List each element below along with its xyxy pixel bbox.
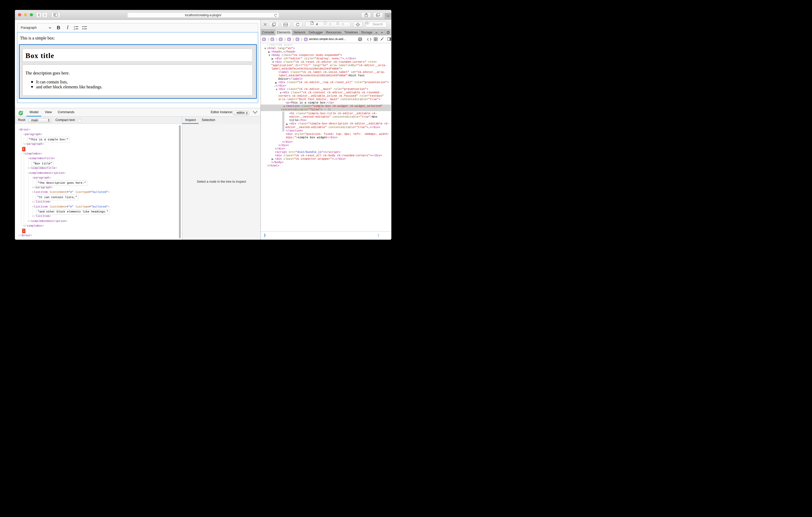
svg-text:2: 2 [74, 28, 75, 30]
svg-text:1: 1 [74, 26, 75, 28]
